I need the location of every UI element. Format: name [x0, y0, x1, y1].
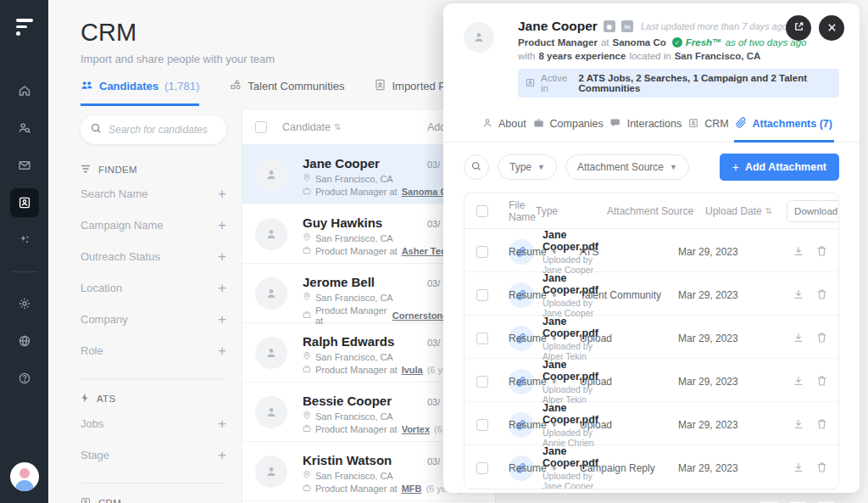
- chevron-down-icon: ▼: [551, 292, 558, 299]
- attachment-type-label: Resume: [509, 419, 547, 431]
- candidate-search[interactable]: [81, 115, 226, 144]
- select-all-attachments-checkbox[interactable]: [476, 205, 488, 217]
- candidate-company-link[interactable]: Ivula: [402, 365, 423, 375]
- filter-item[interactable]: Company +: [81, 304, 226, 335]
- filter-section-ats: ATS Jobs + Stage +: [81, 378, 226, 471]
- column-candidate[interactable]: Candidate ⇅: [282, 121, 341, 133]
- plus-icon[interactable]: +: [218, 186, 226, 203]
- chat-icon: [610, 118, 621, 131]
- tab-attachments[interactable]: Attachments (7): [734, 109, 834, 143]
- tab-companies[interactable]: Companies: [531, 109, 605, 143]
- attachments-table: File Name Type Attachment Source Upload …: [464, 193, 839, 489]
- expand-button[interactable]: [786, 15, 811, 41]
- attachment-type-dropdown[interactable]: Resume ▼: [509, 289, 580, 301]
- user-avatar[interactable]: [10, 462, 39, 491]
- plus-icon[interactable]: +: [218, 280, 226, 297]
- tab-interactions[interactable]: Interactions: [609, 109, 684, 143]
- filter-item[interactable]: Stage +: [81, 439, 226, 471]
- download-icon[interactable]: [793, 332, 804, 346]
- plus-icon[interactable]: +: [218, 311, 226, 328]
- briefcase-icon: [303, 310, 311, 321]
- tab-talent-communities[interactable]: Talent Communities: [230, 79, 344, 106]
- nav-help[interactable]: [10, 364, 39, 393]
- findem-logo[interactable]: [16, 19, 33, 36]
- profile-avatar: [464, 22, 494, 53]
- attachment-type-dropdown[interactable]: Resume ▼: [509, 419, 580, 431]
- filter-item[interactable]: Location +: [81, 272, 226, 304]
- filter-item[interactable]: Jobs +: [81, 408, 226, 439]
- attachment-type-dropdown[interactable]: Resume ▼: [509, 246, 580, 258]
- plus-icon[interactable]: +: [218, 447, 226, 464]
- tab-candidates[interactable]: Candidates (1,781): [81, 79, 199, 106]
- tab-about[interactable]: About: [481, 109, 528, 143]
- select-all-checkbox[interactable]: [255, 121, 267, 133]
- close-icon: [827, 22, 837, 35]
- row-checkbox[interactable]: [476, 333, 488, 344]
- github-icon[interactable]: ◉: [604, 20, 615, 32]
- contacts-icon: [18, 196, 31, 210]
- attachment-row[interactable]: Jane Cooper.pdf Uploaded by Jane Cooper …: [465, 445, 838, 489]
- attachment-row[interactable]: Jane Cooper.pdf Uploaded by Alper Tekin …: [465, 359, 838, 402]
- type-filter-dropdown[interactable]: Type ▼: [498, 154, 557, 180]
- attachment-search-button[interactable]: [464, 154, 489, 180]
- trash-icon[interactable]: [816, 332, 827, 346]
- close-button[interactable]: [819, 15, 844, 41]
- column-upload-date[interactable]: Upload Date ⇅: [705, 205, 787, 217]
- trash-icon[interactable]: [816, 288, 827, 303]
- briefcase-icon: [533, 118, 544, 131]
- filter-item[interactable]: Outreach Status +: [81, 241, 226, 272]
- trash-icon[interactable]: [816, 245, 827, 260]
- trash-icon[interactable]: [816, 461, 827, 476]
- profile-name: Jane Cooper: [518, 19, 598, 34]
- attachment-row[interactable]: Jane Cooper.pdf Uploaded by Jane Cooper …: [465, 272, 838, 316]
- candidate-company-link[interactable]: Vortex: [402, 424, 430, 434]
- row-checkbox[interactable]: [476, 419, 488, 431]
- download-icon[interactable]: [793, 461, 804, 476]
- download-icon[interactable]: [793, 418, 804, 433]
- tab-crm[interactable]: CRM: [687, 109, 730, 143]
- plus-icon[interactable]: +: [218, 416, 226, 433]
- chevron-down-icon: ▼: [551, 335, 558, 343]
- briefcase-icon: [303, 483, 311, 494]
- row-checkbox[interactable]: [476, 376, 488, 388]
- plus-icon[interactable]: +: [218, 343, 226, 360]
- download-icon[interactable]: [793, 288, 804, 303]
- nav-contacts[interactable]: [10, 188, 39, 217]
- candidate-company-link[interactable]: MFB: [402, 483, 422, 494]
- trash-icon[interactable]: [816, 418, 827, 433]
- add-attachment-button[interactable]: + Add Attachment: [720, 154, 839, 181]
- filter-item[interactable]: Campaign Name +: [81, 210, 226, 241]
- page-title: CRM: [81, 19, 136, 47]
- candidate-location: San Francisco, CA: [315, 352, 393, 362]
- attachment-type-dropdown[interactable]: Resume ▼: [509, 462, 580, 474]
- candidate-role: Product Manager at: [315, 246, 398, 256]
- download-all-button[interactable]: Download all: [787, 200, 839, 222]
- row-checkbox[interactable]: [476, 289, 488, 301]
- nav-mail[interactable]: [10, 151, 39, 180]
- attachment-row[interactable]: Jane Cooper.pdf Uploaded by Jane Cooper …: [465, 229, 838, 272]
- filter-item-label: Role: [81, 344, 103, 357]
- tab-count: (1,781): [164, 80, 199, 92]
- row-checkbox[interactable]: [476, 462, 488, 474]
- plus-icon[interactable]: +: [218, 217, 226, 234]
- filter-item[interactable]: Search Name +: [81, 178, 226, 210]
- download-icon[interactable]: [793, 375, 804, 389]
- nav-people-search[interactable]: [10, 114, 39, 143]
- attachment-type-dropdown[interactable]: Resume ▼: [509, 376, 580, 388]
- sort-icon: ⇅: [765, 206, 772, 215]
- row-checkbox[interactable]: [476, 246, 488, 258]
- plus-icon[interactable]: +: [218, 249, 226, 265]
- trash-icon[interactable]: [816, 375, 827, 389]
- nav-ai-assist[interactable]: [10, 226, 39, 254]
- linkedin-icon[interactable]: in: [621, 20, 633, 32]
- download-icon[interactable]: [793, 245, 804, 260]
- candidate-search-input[interactable]: [108, 124, 216, 136]
- filter-item[interactable]: Role +: [81, 335, 226, 366]
- nav-settings[interactable]: [10, 289, 39, 318]
- nav-globe[interactable]: [10, 327, 39, 355]
- attachment-row[interactable]: Jane Cooper.pdf Uploaded by Annie Chrien…: [465, 402, 838, 445]
- attachment-row[interactable]: Jane Cooper.pdf Uploaded by Alper Tekin …: [465, 316, 838, 359]
- nav-home[interactable]: [10, 76, 39, 105]
- attachment-source-dropdown[interactable]: Attachment Source ▼: [565, 154, 689, 180]
- attachment-type-dropdown[interactable]: Resume ▼: [509, 333, 580, 344]
